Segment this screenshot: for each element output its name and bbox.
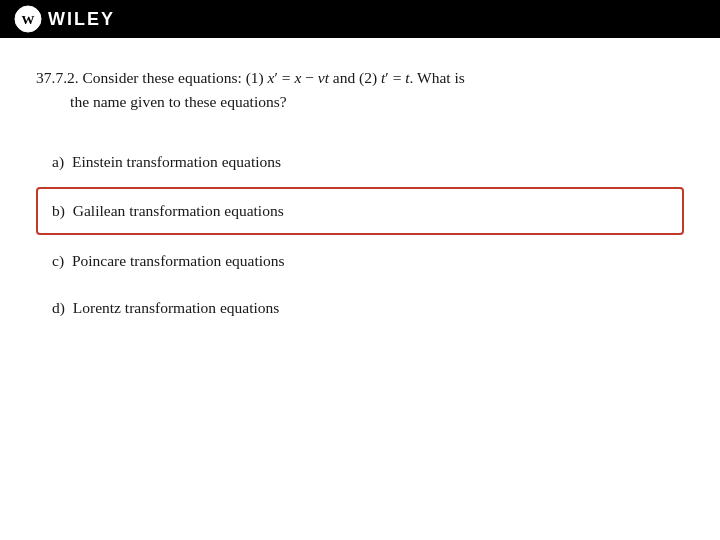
question-text: 37.7.2. Consider these equations: (1) x′…	[36, 66, 684, 114]
answer-c-label: c)	[52, 252, 64, 269]
answer-b-text: Galilean transformation equations	[73, 202, 284, 219]
question-line2: the name given to these equations?	[70, 93, 287, 110]
answer-c[interactable]: c) Poincare transformation equations	[36, 237, 684, 284]
answer-a-label: a)	[52, 153, 64, 170]
header-bar: W WILEY	[0, 0, 720, 38]
wiley-icon: W	[14, 5, 42, 33]
answer-a[interactable]: a) Einstein transformation equations	[36, 138, 684, 185]
answer-b-label: b)	[52, 202, 65, 219]
answer-d-label: d)	[52, 299, 65, 316]
main-content: 37.7.2. Consider these equations: (1) x′…	[0, 38, 720, 351]
answer-d-text: Lorentz transformation equations	[73, 299, 280, 316]
answer-c-text: Poincare transformation equations	[72, 252, 285, 269]
svg-text:W: W	[22, 12, 35, 27]
answer-d[interactable]: d) Lorentz transformation equations	[36, 284, 684, 331]
question-line1: 37.7.2. Consider these equations: (1) x′…	[36, 69, 465, 86]
wiley-logo: W WILEY	[14, 5, 115, 33]
answer-b[interactable]: b) Galilean transformation equations	[36, 187, 684, 234]
answer-a-text: Einstein transformation equations	[72, 153, 281, 170]
wiley-text-label: WILEY	[48, 9, 115, 30]
answers-list: a) Einstein transformation equations b) …	[36, 138, 684, 331]
